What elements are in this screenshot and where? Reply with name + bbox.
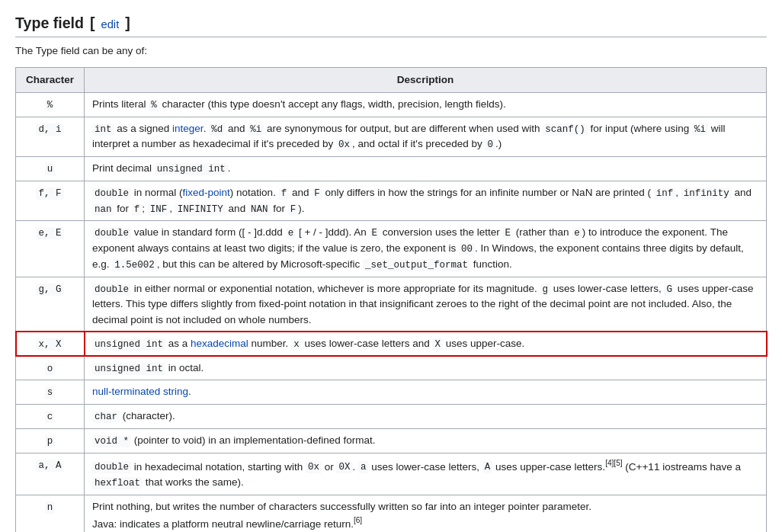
table-row: cchar (character). bbox=[16, 405, 767, 429]
char-cell: x, X bbox=[16, 332, 85, 356]
desc-cell: double value in standard form ([ - ]d.dd… bbox=[85, 221, 767, 277]
desc-cell: null-terminated string. bbox=[85, 380, 767, 405]
char-cell: c bbox=[16, 405, 85, 429]
char-cell: s bbox=[16, 380, 85, 405]
char-cell: e, E bbox=[16, 221, 85, 277]
table-row: nPrint nothing, but writes the number of… bbox=[16, 495, 767, 532]
table-row: ounsigned int in octal. bbox=[16, 356, 767, 380]
col-header-character: Character bbox=[16, 67, 85, 92]
char-cell: o bbox=[16, 356, 85, 380]
char-cell: a, A bbox=[16, 453, 85, 495]
edit-link[interactable]: edit bbox=[101, 16, 120, 33]
desc-cell: double in hexadecimal notation, starting… bbox=[85, 453, 767, 495]
table-row: x, Xunsigned int as a hexadecimal number… bbox=[16, 332, 767, 356]
desc-cell: double in normal (fixed-point) notation.… bbox=[85, 181, 767, 221]
table-row: e, Edouble value in standard form ([ - ]… bbox=[16, 221, 767, 277]
table-row: g, Gdouble in either normal or exponenti… bbox=[16, 277, 767, 332]
table-row: f, Fdouble in normal (fixed-point) notat… bbox=[16, 181, 767, 221]
table-row: d, iint as a signed integer. %d and %i a… bbox=[16, 117, 767, 157]
char-cell: g, G bbox=[16, 277, 85, 332]
intro-text: The Type field can be any of: bbox=[15, 43, 767, 59]
col-header-description: Description bbox=[85, 67, 767, 92]
desc-cell: Prints literal % character (this type do… bbox=[85, 92, 767, 117]
type-field-table: Character Description %Prints literal % … bbox=[15, 67, 767, 532]
edit-bracket-close: ] bbox=[125, 12, 130, 34]
desc-cell: unsigned int as a hexadecimal number. x … bbox=[85, 332, 767, 356]
table-row: a, Adouble in hexadecimal notation, star… bbox=[16, 453, 767, 495]
char-cell: p bbox=[16, 428, 85, 453]
desc-cell: Print nothing, but writes the number of … bbox=[85, 495, 767, 532]
table-row: pvoid * (pointer to void) in an implemen… bbox=[16, 428, 767, 453]
desc-cell: int as a signed integer. %d and %i are s… bbox=[85, 117, 767, 157]
edit-bracket: [ bbox=[90, 12, 95, 34]
char-cell: u bbox=[16, 157, 85, 181]
char-cell: f, F bbox=[16, 181, 85, 221]
page-title: Type field [edit] bbox=[15, 12, 767, 37]
table-row: uPrint decimal unsigned int. bbox=[16, 157, 767, 181]
desc-cell: double in either normal or exponential n… bbox=[85, 277, 767, 332]
char-cell: n bbox=[16, 495, 85, 532]
char-cell: d, i bbox=[16, 117, 85, 157]
desc-cell: char (character). bbox=[85, 405, 767, 429]
char-cell: % bbox=[16, 92, 85, 117]
table-row: snull-terminated string. bbox=[16, 380, 767, 405]
desc-cell: void * (pointer to void) in an implement… bbox=[85, 428, 767, 453]
desc-cell: Print decimal unsigned int. bbox=[85, 157, 767, 181]
desc-cell: unsigned int in octal. bbox=[85, 356, 767, 380]
table-row: %Prints literal % character (this type d… bbox=[16, 92, 767, 117]
